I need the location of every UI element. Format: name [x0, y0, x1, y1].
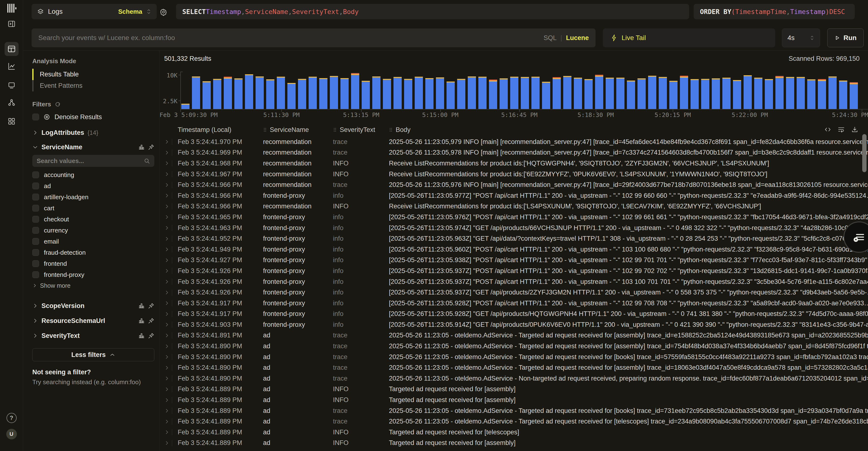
pin-icon[interactable] [148, 144, 154, 150]
histogram-bar[interactable] [797, 77, 805, 109]
histogram-bar[interactable] [372, 77, 380, 109]
filter-value-row[interactable]: cart [32, 203, 154, 214]
drag-handle-icon[interactable] [333, 127, 337, 133]
histogram-bar[interactable] [277, 77, 285, 109]
value-checkbox[interactable] [32, 238, 39, 245]
histogram-bar[interactable] [712, 79, 720, 109]
expand-row-icon[interactable] [164, 204, 169, 209]
table-row[interactable]: Feb 3 5:24:41.926 PM frontend-proxy info… [159, 266, 868, 276]
histogram-bar[interactable] [531, 77, 539, 109]
expand-row-icon[interactable] [164, 365, 169, 370]
table-row[interactable]: Feb 3 5:24:41.927 PM frontend-proxy info… [159, 255, 868, 266]
histogram-bar[interactable] [648, 76, 656, 109]
bar-chart-icon[interactable] [138, 303, 145, 309]
filter-value-row[interactable]: frontend [32, 258, 154, 269]
value-checkbox[interactable] [32, 172, 39, 178]
histogram-bar[interactable] [680, 76, 688, 109]
table-row[interactable]: Feb 3 5:24:41.949 PM frontend-proxy info… [159, 244, 868, 255]
value-checkbox[interactable] [32, 183, 39, 189]
filter-value-row[interactable]: checkout [32, 214, 154, 225]
histogram-bar[interactable] [627, 81, 635, 109]
histogram-bar[interactable] [775, 76, 784, 109]
histogram-bar[interactable] [818, 79, 826, 109]
histogram-bar[interactable] [595, 75, 603, 109]
column-body[interactable]: Body [389, 126, 868, 133]
table-row[interactable]: Feb 3 5:24:41.966 PM frontend-proxy info… [159, 190, 868, 201]
histogram-bar[interactable] [415, 77, 423, 109]
histogram-bar[interactable] [574, 78, 582, 109]
histogram-bar[interactable] [690, 79, 699, 109]
table-row[interactable]: Feb 3 5:24:41.890 PM ad trace 2025-05-26… [159, 352, 868, 362]
table-row[interactable]: Feb 3 5:24:41.890 PM ad trace 2025-05-26… [159, 362, 868, 373]
histogram-bar[interactable] [266, 79, 274, 109]
histogram-bar[interactable] [765, 79, 773, 109]
table-row[interactable]: Feb 3 5:24:41.963 PM frontend-proxy info… [159, 222, 868, 234]
histogram-bar[interactable] [245, 74, 253, 109]
value-checkbox[interactable] [32, 194, 39, 201]
expand-row-icon[interactable] [164, 408, 169, 413]
expand-row-icon[interactable] [164, 236, 169, 241]
expand-row-icon[interactable] [164, 247, 169, 252]
table-row[interactable]: Feb 3 5:24:41.965 PM frontend-proxy info… [159, 212, 868, 222]
histogram-bar[interactable] [319, 78, 328, 109]
drag-handle-icon[interactable] [389, 127, 393, 133]
expand-row-icon[interactable] [164, 397, 169, 403]
value-checkbox[interactable] [32, 216, 39, 222]
code-toggle-icon[interactable] [824, 126, 831, 133]
histogram-bar[interactable] [754, 78, 763, 109]
expand-row-icon[interactable] [164, 150, 169, 155]
expand-row-icon[interactable] [164, 172, 169, 177]
table-row[interactable]: Feb 3 5:24:41.926 PM frontend-proxy info… [159, 276, 868, 287]
value-search-input[interactable] [37, 157, 144, 165]
histogram-bar[interactable] [722, 78, 731, 109]
histogram-bar[interactable] [669, 81, 678, 109]
table-row[interactable]: Feb 3 5:24:41.903 PM frontend-proxy info… [159, 319, 868, 330]
column-timestamp[interactable]: Timestamp (Local) [178, 126, 263, 133]
histogram-bar[interactable] [701, 79, 709, 109]
column-servicename[interactable]: ServiceName [263, 126, 333, 133]
nav-dashboards[interactable] [7, 81, 16, 89]
histogram-bar[interactable] [585, 79, 593, 109]
bar-chart-icon[interactable] [138, 333, 145, 339]
expand-row-icon[interactable] [164, 322, 169, 327]
live-tail-button[interactable]: Live Tail [603, 28, 775, 47]
refresh-icon[interactable] [55, 101, 61, 108]
histogram-bar[interactable] [298, 79, 306, 109]
filter-group-servicename[interactable]: ServiceName [32, 141, 154, 153]
filter-value-row[interactable]: ad [32, 180, 154, 191]
histogram-bar[interactable] [446, 82, 455, 109]
bar-chart-icon[interactable] [138, 318, 145, 324]
table-row[interactable]: Feb 3 5:24:41.952 PM frontend-proxy info… [159, 233, 868, 244]
histogram-bar[interactable] [192, 77, 200, 109]
histogram-bar[interactable] [510, 77, 518, 109]
histogram-bar[interactable] [829, 77, 837, 109]
histogram-bar[interactable] [553, 77, 561, 109]
sidebar-toggle-button[interactable] [7, 20, 16, 28]
expand-row-icon[interactable] [164, 301, 169, 306]
query-mode-toggle[interactable]: SQL | Lucene [544, 34, 589, 42]
table-row[interactable]: Feb 3 5:24:41.889 PM ad trace 2025-05-26… [159, 405, 868, 416]
value-checkbox[interactable] [32, 260, 39, 267]
histogram-bar[interactable] [606, 78, 614, 109]
table-row[interactable]: Feb 3 5:24:41.966 PM recommendation INFO… [159, 201, 868, 212]
filter-value-row[interactable]: fraud-detection [32, 247, 154, 258]
filter-value-row[interactable]: email [32, 236, 154, 247]
table-row[interactable]: Feb 3 5:24:41.968 PM recommendation INFO… [159, 158, 868, 169]
filter-group[interactable]: ResourceSchemaUrl [32, 314, 154, 327]
expand-row-icon[interactable] [164, 311, 169, 317]
expand-row-icon[interactable] [164, 344, 169, 349]
value-checkbox[interactable] [32, 249, 39, 256]
expand-row-icon[interactable] [164, 193, 169, 198]
histogram-bar[interactable] [309, 77, 317, 109]
pin-icon[interactable] [148, 333, 154, 339]
histogram-bar[interactable] [235, 79, 243, 109]
user-avatar[interactable]: U [6, 429, 17, 440]
table-row[interactable]: Feb 3 5:24:41.891 PM ad trace 2025-05-26… [159, 330, 868, 341]
histogram-bar[interactable] [340, 78, 349, 109]
histogram-bar[interactable] [404, 79, 412, 109]
refresh-interval-select[interactable]: 4s [782, 28, 820, 47]
table-row[interactable]: Feb 3 5:24:41.970 PM recommendation trac… [159, 137, 868, 147]
histogram-bar[interactable] [659, 77, 667, 109]
denoise-checkbox[interactable] [32, 114, 39, 120]
filter-group[interactable]: ScopeVersion [32, 300, 154, 312]
